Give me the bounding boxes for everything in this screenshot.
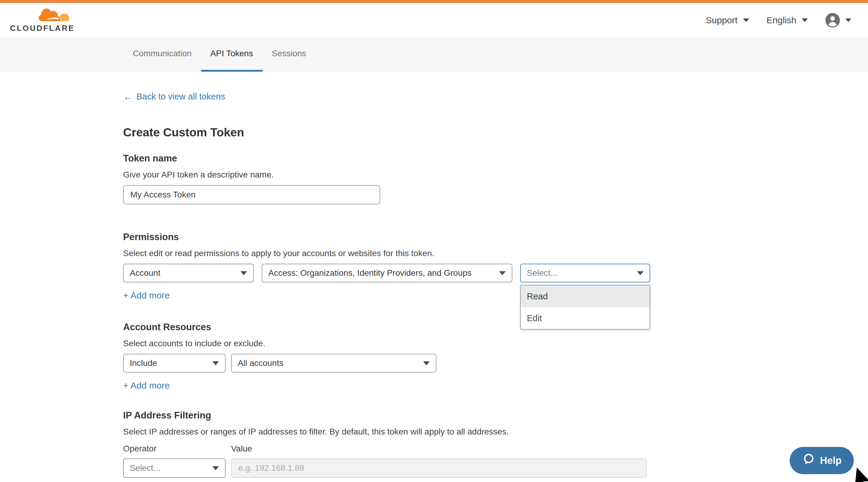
- chevron-down-icon: [212, 361, 219, 365]
- tab-communication[interactable]: Communication: [123, 37, 201, 72]
- language-menu-label: English: [767, 15, 796, 25]
- ip-filtering-row: Operator Select... Value: [123, 444, 745, 478]
- token-name-input[interactable]: [123, 185, 380, 204]
- chat-icon: [802, 453, 815, 469]
- support-menu-label: Support: [706, 15, 738, 25]
- ip-filtering-description: Select IP addresses or ranges of IP addr…: [123, 427, 745, 437]
- mouse-cursor: [854, 468, 868, 482]
- ip-filtering-heading: IP Address Filtering: [123, 410, 745, 421]
- help-button-label: Help: [820, 455, 842, 466]
- menu-option-edit[interactable]: Edit: [521, 307, 650, 329]
- chevron-down-icon: [743, 19, 749, 22]
- token-name-section: Token name Give your API token a descrip…: [123, 153, 745, 204]
- account-resources-row: Include All accounts: [123, 354, 745, 373]
- chevron-down-icon: [637, 271, 644, 275]
- chevron-down-icon: [241, 271, 247, 275]
- resource-mode-select[interactable]: Include: [123, 354, 226, 373]
- chevron-down-icon: [212, 466, 219, 470]
- permissions-row: Account Access: Organizations, Identity …: [123, 264, 745, 282]
- tab-api-tokens[interactable]: API Tokens: [201, 37, 262, 72]
- permission-scope-select[interactable]: Account: [123, 264, 254, 282]
- ip-filtering-section: IP Address Filtering Select IP addresses…: [123, 410, 745, 478]
- resource-mode-value: Include: [130, 358, 157, 368]
- chevron-down-icon: [423, 361, 430, 365]
- tab-sessions[interactable]: Sessions: [262, 37, 316, 72]
- permissions-section: Permissions Select edit or read permissi…: [123, 232, 745, 300]
- operator-select[interactable]: Select...: [123, 458, 226, 478]
- back-link-label: Back to view all tokens: [136, 92, 225, 102]
- language-menu[interactable]: English: [767, 15, 808, 25]
- cloudflare-logo[interactable]: CLOUDFLARE: [10, 8, 75, 32]
- main-content: ← Back to view all tokens Create Custom …: [0, 72, 868, 478]
- permissions-description: Select edit or read permissions to apply…: [123, 249, 745, 258]
- header-nav: Support English: [688, 13, 851, 28]
- permissions-add-more-link[interactable]: + Add more: [123, 290, 170, 300]
- permission-group-select[interactable]: Access: Organizations, Identity Provider…: [261, 264, 512, 282]
- account-resources-heading: Account Resources: [123, 322, 745, 333]
- cloudflare-cloud-icon: [10, 8, 75, 24]
- operator-field: Operator Select...: [123, 444, 226, 478]
- top-accent-bar: [0, 0, 868, 3]
- value-field: Value: [231, 444, 647, 478]
- permission-level-value: Select...: [527, 268, 557, 278]
- account-resources-section: Account Resources Select accounts to inc…: [123, 322, 745, 391]
- account-menu[interactable]: [825, 13, 851, 28]
- operator-value: Select...: [130, 463, 160, 473]
- brand-wordmark: CLOUDFLARE: [10, 24, 75, 32]
- ip-value-input[interactable]: [231, 458, 647, 478]
- chevron-down-icon: [499, 271, 506, 275]
- resource-accounts-select[interactable]: All accounts: [231, 354, 436, 373]
- permission-level-select[interactable]: Select...: [520, 264, 650, 282]
- operator-label: Operator: [123, 444, 226, 454]
- user-icon: [825, 13, 840, 28]
- chevron-down-icon: [845, 19, 851, 22]
- permission-scope-value: Account: [130, 268, 160, 278]
- account-resources-add-more-link[interactable]: + Add more: [123, 380, 170, 391]
- value-label: Value: [231, 444, 647, 454]
- help-button[interactable]: Help: [790, 447, 854, 474]
- token-name-label: Token name: [123, 153, 745, 164]
- profile-tabs: Communication API Tokens Sessions: [0, 37, 868, 72]
- account-resources-description: Select accounts to include or exclude.: [123, 339, 745, 348]
- permissions-heading: Permissions: [123, 232, 745, 243]
- chevron-down-icon: [802, 19, 808, 22]
- menu-option-read[interactable]: Read: [521, 285, 650, 307]
- permission-group-value: Access: Organizations, Identity Provider…: [268, 268, 471, 278]
- permission-level-menu: Read Edit: [520, 285, 650, 330]
- resource-accounts-value: All accounts: [238, 358, 283, 368]
- back-arrow-icon: ←: [123, 92, 133, 102]
- page-title: Create Custom Token: [123, 126, 745, 139]
- permission-level-wrap: Select... Read Edit: [520, 264, 650, 282]
- token-name-description: Give your API token a descriptive name.: [123, 170, 745, 180]
- header: CLOUDFLARE Support English: [0, 3, 868, 37]
- support-menu[interactable]: Support: [706, 15, 749, 25]
- back-to-tokens-link[interactable]: ← Back to view all tokens: [123, 92, 225, 102]
